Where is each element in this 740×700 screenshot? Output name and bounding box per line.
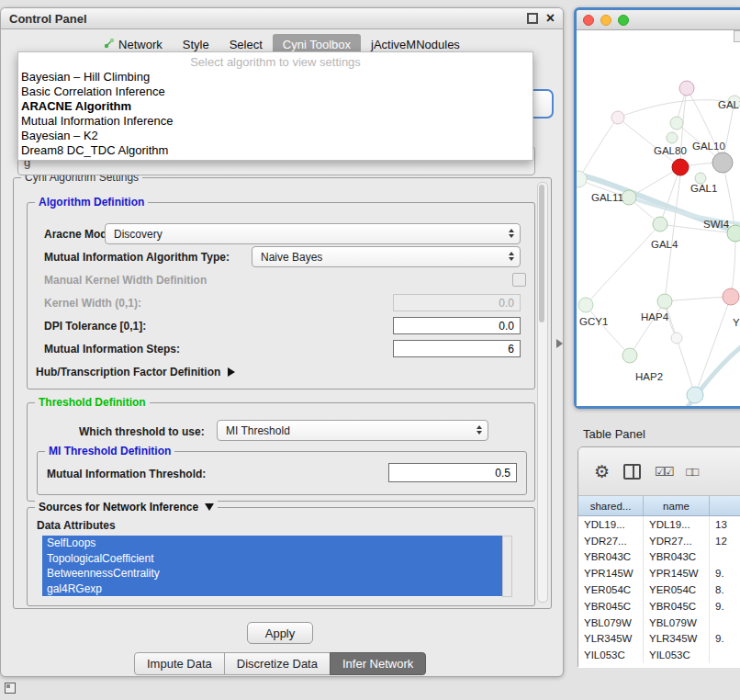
settings-scrollbar[interactable] [537, 182, 548, 603]
network-node[interactable] [577, 171, 587, 187]
table-cell[interactable]: YER054C [578, 581, 644, 598]
attribute-item-selected[interactable]: SelfLoops [42, 536, 502, 551]
network-node[interactable] [667, 132, 678, 143]
mi-type-combobox[interactable]: Naive Bayes [252, 246, 521, 267]
table-row[interactable]: YPR145WYPR145W9. [578, 565, 740, 581]
table-row[interactable]: YDR27...YDR27...12 [578, 533, 740, 549]
column-selector-icon[interactable] [623, 464, 641, 480]
tab-impute-data[interactable]: Impute Data [134, 652, 225, 675]
select-all-icon[interactable]: ☑☑ [655, 465, 672, 479]
table-cell[interactable] [710, 549, 740, 566]
control-panel-titlebar[interactable]: Control Panel × [1, 8, 563, 29]
network-edge[interactable] [665, 297, 731, 301]
network-node[interactable] [622, 348, 637, 363]
table-cell[interactable]: YPR145W [578, 565, 644, 581]
network-node[interactable] [671, 333, 682, 344]
algorithm-option[interactable]: Mutual Information Inference [18, 114, 533, 129]
table-cell[interactable]: YIL053C [578, 647, 644, 663]
table-row[interactable]: YBL079WYBL079W [578, 615, 740, 631]
threshold-combobox[interactable]: MI Threshold [217, 420, 488, 441]
sources-expander[interactable]: Sources for Network Inference [35, 501, 218, 514]
table-cell[interactable] [710, 647, 740, 663]
table-row[interactable]: YLR345WYLR345W9. [578, 631, 740, 648]
tab-discretize-data[interactable]: Discretize Data [224, 652, 331, 675]
network-edge[interactable] [731, 233, 735, 297]
column-header[interactable]: name [644, 496, 710, 515]
attribute-item-selected[interactable]: TopologicalCoefficient [42, 551, 502, 567]
network-edge[interactable] [695, 297, 731, 395]
apply-button[interactable]: Apply [247, 622, 313, 644]
table-cell[interactable]: YPR145W [644, 565, 710, 581]
column-header[interactable]: shared... [578, 496, 644, 515]
table-row[interactable]: YER054CYER054C8. [578, 581, 740, 598]
kernel-width-field[interactable]: 0.0 [393, 294, 521, 311]
table-cell[interactable] [710, 615, 740, 631]
attribute-item-selected[interactable]: gal4RGexp [42, 581, 502, 597]
table-cell[interactable]: YBR043C [578, 549, 644, 566]
close-traffic-light[interactable] [583, 15, 594, 26]
manual-kernel-width-checkbox[interactable] [512, 273, 526, 287]
table-cell[interactable]: YBL079W [644, 615, 710, 631]
close-icon[interactable]: × [546, 12, 555, 25]
network-canvas[interactable]: GAL7GAL80GAL10GAL1GAL11SWI4GAL4GCY1HAP4Y… [577, 30, 740, 406]
algorithm-option[interactable]: Basic Correlation Inference [18, 85, 533, 99]
network-edge[interactable] [586, 224, 660, 305]
algorithm-option[interactable]: Dream8 DC_TDC Algorithm [18, 143, 533, 158]
canvas-scroll-nub[interactable] [734, 30, 740, 42]
table-cell[interactable]: YBR045C [644, 598, 710, 615]
table-cell[interactable]: 13 [710, 516, 740, 533]
table-cell[interactable]: YLR345W [644, 631, 710, 648]
network-node[interactable] [723, 288, 739, 305]
network-node[interactable] [622, 190, 636, 205]
network-node[interactable] [657, 294, 672, 309]
attribute-item-selected[interactable]: BetweennessCentrality [42, 566, 502, 581]
dpi-tolerance-field[interactable]: 0.0 [393, 317, 521, 334]
table-cell[interactable]: YER054C [644, 581, 710, 598]
hub-definition-expander[interactable]: Hub/Transcription Factor Definition [36, 366, 235, 378]
table-cell[interactable]: 9. [710, 598, 740, 615]
table-cell[interactable]: YBR043C [644, 549, 710, 566]
network-edge[interactable] [665, 301, 695, 395]
column-header[interactable] [710, 496, 740, 515]
float-panel-icon[interactable] [527, 13, 538, 24]
network-edge[interactable] [660, 167, 680, 224]
table-cell[interactable]: 9. [710, 565, 740, 581]
network-edge[interactable] [629, 167, 680, 198]
algorithm-option[interactable]: Bayesian – K2 [18, 129, 533, 143]
tab-infer-network[interactable]: Infer Network [330, 652, 426, 675]
table-row[interactable]: YDL19...YDL19...13 [578, 516, 740, 533]
minimize-traffic-light[interactable] [600, 15, 611, 26]
network-node[interactable] [578, 298, 593, 312]
network-node[interactable] [653, 217, 667, 231]
table-cell[interactable]: YLR345W [578, 631, 644, 648]
network-edge[interactable] [618, 100, 734, 118]
network-node[interactable] [712, 152, 733, 173]
table-cell[interactable]: 8. [710, 581, 740, 598]
table-cell[interactable]: YBL079W [578, 615, 644, 631]
table-cell[interactable]: YDR27... [578, 533, 644, 549]
table-cell[interactable]: YDR27... [644, 533, 710, 549]
network-node[interactable] [611, 111, 624, 124]
table-row[interactable]: YBR045CYBR045C9. [578, 598, 740, 615]
aracne-mode-combobox[interactable]: Discovery [105, 223, 521, 244]
network-node[interactable] [670, 117, 683, 130]
network-edge[interactable] [578, 118, 618, 179]
network-node[interactable] [672, 159, 689, 175]
network-node[interactable] [679, 81, 694, 96]
table-cell[interactable]: YDL19... [644, 516, 710, 533]
scrollbar-thumb[interactable] [539, 185, 544, 322]
zoom-traffic-light[interactable] [618, 15, 629, 26]
network-edge[interactable] [630, 301, 665, 356]
panel-collapse-arrow[interactable] [556, 339, 563, 348]
table-cell[interactable]: YIL053C [644, 647, 710, 663]
mi-threshold-field[interactable]: 0.5 [388, 463, 517, 482]
table-cell[interactable]: 12 [710, 533, 740, 549]
table-cell[interactable]: YDL19... [578, 516, 644, 533]
network-edge[interactable] [586, 305, 630, 356]
network-window-titlebar[interactable] [577, 10, 740, 30]
minimized-panel-icon[interactable] [5, 683, 16, 694]
settings-gear-icon[interactable]: ⚙ [594, 463, 610, 480]
attributes-scrollbar[interactable] [502, 536, 512, 597]
table-row[interactable]: YIL053CYIL053C [578, 647, 740, 663]
table-row[interactable]: YBR043CYBR043C [578, 549, 740, 566]
